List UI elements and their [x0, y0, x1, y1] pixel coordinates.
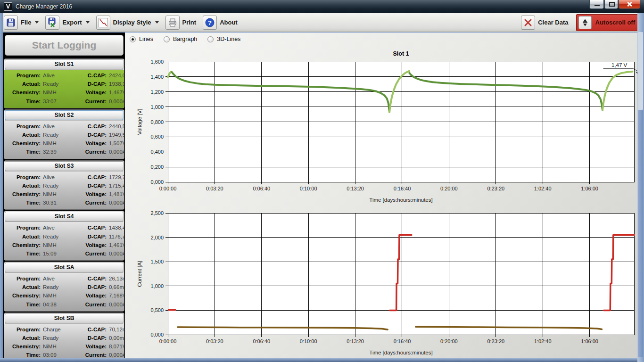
slot-field-label: Voltage: — [79, 191, 109, 197]
slot-field-value: Ready — [43, 284, 79, 290]
svg-text:0:03:20: 0:03:20 — [206, 338, 223, 344]
autoscroll-label: Autoscroll off — [595, 19, 636, 26]
svg-text:1,600: 1,600 — [150, 59, 164, 65]
slot-field-value: Alive — [43, 225, 79, 230]
slot-field-value: 1949,57mAh — [109, 132, 124, 138]
svg-text:1,000: 1,000 — [150, 104, 164, 110]
slot-field-label: Voltage: — [79, 344, 109, 349]
slot-field-label: Program: — [5, 327, 43, 332]
slot-header[interactable]: Slot SB — [5, 313, 124, 323]
view-mode-radio-bargraph[interactable]: Bargraph — [164, 36, 197, 42]
vertical-scrollbar[interactable] — [637, 13, 644, 362]
slot-field-label: D-CAP: — [79, 81, 109, 87]
close-button[interactable] — [619, 0, 640, 9]
svg-text:2,500: 2,500 — [150, 210, 164, 216]
slot-field-value: 0,00mAh — [109, 335, 124, 341]
start-logging-button[interactable]: Start Logging — [5, 35, 124, 56]
voltage-chart: 0,0000,2000,4000,6000,8001,0001,2001,400… — [127, 47, 639, 209]
slot-field-value: 1,467V — [109, 90, 124, 95]
file-button[interactable]: File — [4, 16, 39, 30]
slot-field-label: Current: — [79, 352, 109, 358]
question-mark-icon: ? — [203, 16, 217, 30]
view-mode-radios: Lines Bargraph 3D-Lines — [130, 36, 240, 42]
view-mode-radio-lines[interactable]: Lines — [130, 36, 153, 42]
slot-field-value: Alive — [43, 174, 79, 180]
about-label: About — [220, 19, 238, 26]
slot-field-label: C-CAP: — [79, 123, 109, 129]
slot-body: Program: Alive C-CAP: 2424,03mAhActual: … — [4, 70, 124, 108]
printer-icon — [165, 16, 180, 30]
slot-body: Program: Charge C-CAP: 70,12mAhActual: R… — [4, 324, 124, 362]
clear-data-button[interactable]: Clear Data — [521, 16, 568, 30]
slot-field-label: C-CAP: — [79, 174, 109, 180]
svg-text:0:13:20: 0:13:20 — [347, 338, 364, 344]
slot-header[interactable]: Slot S1 — [5, 59, 124, 69]
slot-field-label: Program: — [5, 174, 43, 180]
about-button[interactable]: ? About — [203, 16, 238, 30]
autoscroll-toggle-button[interactable]: Autoscroll off — [576, 14, 641, 31]
display-style-button[interactable]: Display Style — [96, 16, 159, 30]
slot-field-value: Ready — [43, 132, 79, 138]
slot-field-value: 26,13mAh — [109, 276, 124, 281]
autoscroll-arrows-icon — [578, 16, 592, 29]
slot-panel-4: Slot S4 Program: Alive C-CAP: 1438,44mAh… — [4, 211, 124, 261]
slot-panel-6: Slot SB Program: Charge C-CAP: 70,12mAhA… — [4, 313, 124, 362]
svg-text:0:23:20: 0:23:20 — [487, 186, 504, 191]
sidebar: Start Logging Slot S1 Program: Alive C-C… — [3, 33, 125, 358]
svg-text:1,47 V: 1,47 V — [611, 62, 627, 68]
svg-text:0:16:40: 0:16:40 — [394, 186, 411, 191]
svg-text:0:16:40: 0:16:40 — [394, 338, 411, 344]
slot-field-label: Voltage: — [79, 90, 109, 95]
minimize-icon — [594, 5, 600, 6]
slot-field-value: 1176,74mAh — [109, 234, 124, 239]
slot-field-label: Time: — [5, 149, 43, 155]
slot-field-value: 2440,55mAh — [109, 123, 124, 129]
slot-field-value: Alive — [43, 123, 79, 129]
slot-field-value: 15:09 — [43, 251, 79, 256]
slot-field-label: Actual: — [5, 335, 43, 341]
slot-header[interactable]: Slot S4 — [5, 212, 124, 222]
maximize-button[interactable] — [604, 0, 618, 9]
app-logo-icon: V — [4, 2, 12, 11]
radio-label: Lines — [139, 36, 153, 42]
slot-field-value: Ready — [43, 183, 79, 189]
slot-field-value: 04:38 — [43, 302, 79, 307]
slot-field-value: 1438,44mAh — [109, 225, 124, 230]
svg-text:0:10:00: 0:10:00 — [300, 186, 317, 191]
maximize-icon — [609, 2, 615, 7]
slot-panel-1: Slot S1 Program: Alive C-CAP: 2424,03mAh… — [4, 58, 124, 108]
radio-icon — [207, 36, 214, 42]
slot-field-value: 0,000A — [109, 352, 124, 358]
slot-field-label: Program: — [5, 276, 43, 281]
slot-field-value: 33:07 — [43, 99, 79, 104]
slot-header[interactable]: Slot S2 — [5, 110, 124, 120]
print-button[interactable]: Print — [165, 16, 197, 30]
slot-field-value: Ready — [43, 234, 79, 239]
slot-field-value: NiMH — [43, 191, 79, 197]
slot-field-value: NiMH — [43, 293, 79, 298]
minimize-button[interactable] — [589, 0, 604, 9]
scrollbar-thumb[interactable] — [638, 110, 643, 357]
slot-field-value: 1,507V — [109, 140, 124, 146]
slot-field-label: Voltage: — [79, 242, 109, 248]
slot-field-label: Chemistry: — [5, 344, 43, 349]
export-button[interactable]: Export — [45, 16, 89, 30]
current-chart: 0,0000,5001,0001,5002,0002,5000:00:000:0… — [127, 207, 639, 360]
slot-field-value: NiMH — [43, 242, 79, 248]
slot-field-value: 1938,13mAh — [109, 81, 124, 87]
slot-field-value: Charge — [43, 327, 79, 332]
slot-field-label: Chemistry: — [5, 191, 43, 197]
slot-header[interactable]: Slot SA — [5, 263, 124, 272]
svg-text:0,500: 0,500 — [150, 307, 164, 313]
view-mode-radio-3d-lines[interactable]: 3D-Lines — [207, 36, 240, 42]
slot-field-label: C-CAP: — [79, 73, 109, 78]
slot-field-value: Alive — [43, 276, 79, 281]
scrollbar-track[interactable] — [638, 32, 643, 110]
slot-body: Program: Alive C-CAP: 1729,76mAhActual: … — [4, 172, 124, 210]
svg-text:0:03:20: 0:03:20 — [206, 186, 223, 191]
svg-text:1:06:00: 1:06:00 — [581, 186, 598, 191]
slot-field-label: Chemistry: — [5, 90, 43, 95]
app-window: V Charge Manager 2016 File Export Displ — [0, 0, 644, 362]
slot-header[interactable]: Slot S3 — [5, 161, 124, 171]
slot-field-label: Chemistry: — [5, 242, 43, 248]
